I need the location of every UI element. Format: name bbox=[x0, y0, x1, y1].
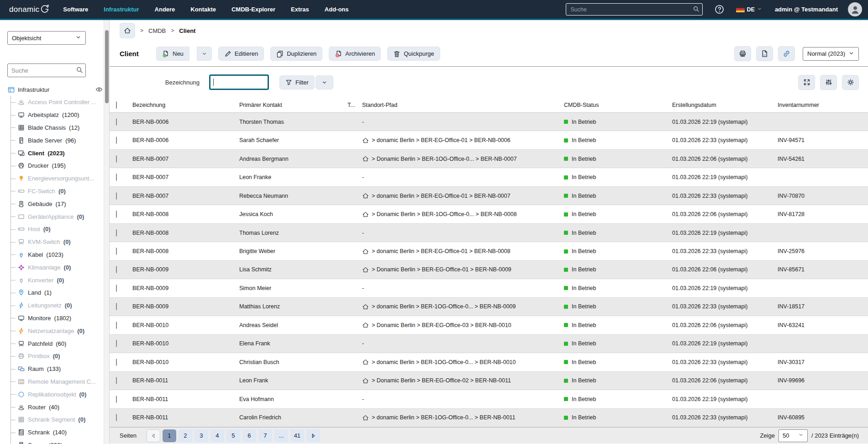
next-page-button[interactable] bbox=[306, 429, 320, 442]
editieren-button[interactable]: Editieren bbox=[218, 47, 264, 61]
page-button-5[interactable]: 5 bbox=[226, 429, 240, 442]
search-icon[interactable] bbox=[693, 5, 700, 14]
help-icon[interactable] bbox=[715, 5, 724, 14]
nav-item-infrastruktur[interactable]: Infrastruktur bbox=[96, 0, 147, 19]
nav-item-kontakte[interactable]: Kontakte bbox=[183, 0, 224, 19]
global-search-input[interactable] bbox=[566, 3, 703, 16]
row-checkbox[interactable] bbox=[116, 322, 117, 329]
bezeichnung-filter-input[interactable] bbox=[209, 74, 269, 90]
table-row[interactable]: BER-NB-0007Leon Franke-In Betrieb01.03.2… bbox=[110, 168, 868, 186]
tree-item-printbox[interactable]: Printbox(0) bbox=[11, 350, 97, 363]
row-checkbox[interactable] bbox=[116, 377, 117, 384]
row-checkbox[interactable] bbox=[116, 340, 117, 347]
table-row[interactable]: BER-NB-0007Andreas Bergmann> Donamic Ber… bbox=[110, 150, 868, 168]
table-row[interactable]: BER-NB-0008Thomas Lorenz-In Betrieb01.03… bbox=[110, 224, 868, 242]
quickpurge-button[interactable]: Quickpurge bbox=[387, 47, 440, 61]
nav-item-extras[interactable]: Extras bbox=[283, 0, 317, 19]
breadcrumb-cmdb[interactable]: CMDB bbox=[148, 27, 166, 34]
nav-item-andere[interactable]: Andere bbox=[147, 0, 183, 19]
table-row[interactable]: BER-NB-0008Jessica Koch> Donamic Berlin … bbox=[110, 205, 868, 223]
page-button-1[interactable]: 1 bbox=[163, 429, 176, 442]
tree-item-konverter[interactable]: Konverter(0) bbox=[11, 274, 97, 286]
row-checkbox[interactable] bbox=[116, 118, 117, 126]
prev-page-button[interactable] bbox=[147, 429, 160, 442]
tree-item-schrank-segment[interactable]: Schrank Segment(0) bbox=[11, 413, 97, 426]
tree-item-land[interactable]: Land(1) bbox=[11, 286, 97, 299]
tree-item-replikationsobjekt[interactable]: Replikationsobjekt(0) bbox=[11, 388, 97, 401]
page-button-7[interactable]: 7 bbox=[258, 429, 272, 442]
tree-item-kabel[interactable]: Kabel(1023) bbox=[11, 248, 97, 261]
tree-item-netzersatzanlage[interactable]: Netzersatzanlage(0) bbox=[11, 324, 97, 337]
csv-button[interactable]: csv bbox=[756, 46, 773, 61]
filter-button[interactable]: Filter bbox=[279, 75, 315, 90]
table-row[interactable]: BER-NB-0010Andreas Seidel> Donamic Berli… bbox=[110, 316, 868, 334]
tree-item-arbeitsplatz[interactable]: Arbeitsplatz(1200) bbox=[11, 109, 97, 122]
column-header-cmdb-status[interactable]: CMDB-Status bbox=[564, 102, 672, 108]
row-checkbox[interactable] bbox=[116, 174, 117, 181]
page-button-4[interactable]: 4 bbox=[210, 429, 224, 442]
archivieren-button[interactable]: Archivieren bbox=[329, 47, 381, 61]
select-all-checkbox[interactable] bbox=[116, 101, 117, 109]
tree-item-client[interactable]: Client(2023) bbox=[11, 147, 97, 159]
row-checkbox[interactable] bbox=[116, 414, 117, 421]
tree-item-host[interactable]: Host(0) bbox=[11, 223, 97, 236]
object-view-select[interactable]: Objektsicht bbox=[7, 31, 86, 45]
tree-item-gebäude[interactable]: Gebäude(17) bbox=[11, 197, 97, 210]
tree-item-blade-chassis[interactable]: Blade Chassis(12) bbox=[11, 122, 97, 134]
neu-button[interactable]: Neu bbox=[156, 47, 189, 61]
tree-item-klimaanlage[interactable]: Klimaanlage(0) bbox=[11, 261, 97, 274]
duplizieren-button[interactable]: Duplizieren bbox=[270, 47, 322, 61]
page-button-...[interactable]: ... bbox=[274, 429, 288, 442]
tree-item-monitore[interactable]: Monitore(1802) bbox=[11, 312, 97, 325]
column-header-t-[interactable]: T... bbox=[347, 102, 362, 108]
table-row[interactable]: BER-NB-0010Elena Frank-In Betrieb01.03.2… bbox=[110, 335, 868, 353]
column-header-standort-pfad[interactable]: Standort-Pfad bbox=[362, 102, 564, 108]
row-checkbox[interactable] bbox=[116, 211, 117, 218]
tree-item-geräte-appliance[interactable]: Geräte/Appliance(0) bbox=[11, 210, 97, 223]
column-header-bezeichnung[interactable]: Bezeichnung bbox=[132, 102, 239, 108]
row-checkbox[interactable] bbox=[116, 266, 117, 273]
language-selector[interactable]: DE bbox=[736, 6, 762, 13]
gear-button[interactable] bbox=[842, 75, 859, 90]
column-header-prim-rer-kontakt[interactable]: Primärer Kontakt bbox=[239, 102, 347, 108]
tree-item-server[interactable]: Server(600) bbox=[11, 439, 97, 444]
avatar[interactable] bbox=[848, 2, 862, 16]
table-row[interactable]: BER-NB-0010Christian Busch> donamic Berl… bbox=[110, 353, 868, 371]
table-row[interactable]: BER-NB-0008Brigitte Weber> donamic Berli… bbox=[110, 242, 868, 260]
home-button[interactable] bbox=[120, 23, 135, 38]
table-row[interactable]: BER-NB-0009Lisa Schmitz> Donamic Berlin … bbox=[110, 261, 868, 279]
tree-item-router[interactable]: Router(40) bbox=[11, 401, 97, 413]
row-checkbox[interactable] bbox=[116, 137, 117, 144]
table-row[interactable]: BER-NB-0011Leon Frank> Donamic Berlin > … bbox=[110, 372, 868, 390]
expand-button[interactable] bbox=[798, 75, 815, 90]
scrollbar-thumb[interactable] bbox=[105, 30, 109, 103]
tree-item-energieversorgungsunt-[interactable]: Energieversorgungsunt... bbox=[11, 172, 97, 185]
row-checkbox[interactable] bbox=[116, 303, 117, 310]
nav-item-add-ons[interactable]: Add-ons bbox=[317, 0, 357, 19]
filter-dropdown-button[interactable] bbox=[316, 75, 333, 90]
row-checkbox[interactable] bbox=[116, 285, 117, 292]
page-button-2[interactable]: 2 bbox=[179, 429, 192, 442]
breadcrumb-client[interactable]: Client bbox=[179, 27, 195, 34]
table-row[interactable]: BER-NB-0006Thorsten Thomas-In Betrieb01.… bbox=[110, 113, 868, 131]
table-row[interactable]: BER-NB-0009Simon Meier-In Betrieb01.03.2… bbox=[110, 279, 868, 297]
table-row[interactable]: BER-NB-0011Carolin Friedrich> donamic Be… bbox=[110, 409, 868, 427]
tree-search-input[interactable] bbox=[7, 63, 86, 77]
tree-item-schrank[interactable]: Schrank(140) bbox=[11, 426, 97, 439]
tree-item-remote-management-c-[interactable]: Remote Management C... bbox=[11, 375, 97, 388]
nav-item-software[interactable]: Software bbox=[55, 0, 96, 19]
tree-item-drucker[interactable]: Drucker(195) bbox=[11, 159, 97, 172]
column-header-inventarnummer[interactable]: Inventarnummer bbox=[778, 102, 868, 108]
tree-root-infrastruktur[interactable]: Infrastruktur bbox=[7, 83, 97, 96]
tree-item-patchfeld[interactable]: Patchfeld(60) bbox=[11, 337, 97, 350]
table-row[interactable]: BER-NB-0006Sarah Schaefer> donamic Berli… bbox=[110, 131, 868, 149]
view-select[interactable]: Normal (2023) bbox=[803, 47, 859, 61]
table-row[interactable]: BER-NB-0007Rebecca Neumann> donamic Berl… bbox=[110, 187, 868, 205]
row-checkbox[interactable] bbox=[116, 155, 117, 163]
sidebar-scrollbar[interactable] bbox=[104, 20, 109, 444]
page-button-6[interactable]: 6 bbox=[242, 429, 256, 442]
row-checkbox[interactable] bbox=[116, 248, 117, 255]
link-button[interactable] bbox=[778, 46, 795, 61]
page-button-3[interactable]: 3 bbox=[195, 429, 208, 442]
row-checkbox[interactable] bbox=[116, 396, 117, 403]
